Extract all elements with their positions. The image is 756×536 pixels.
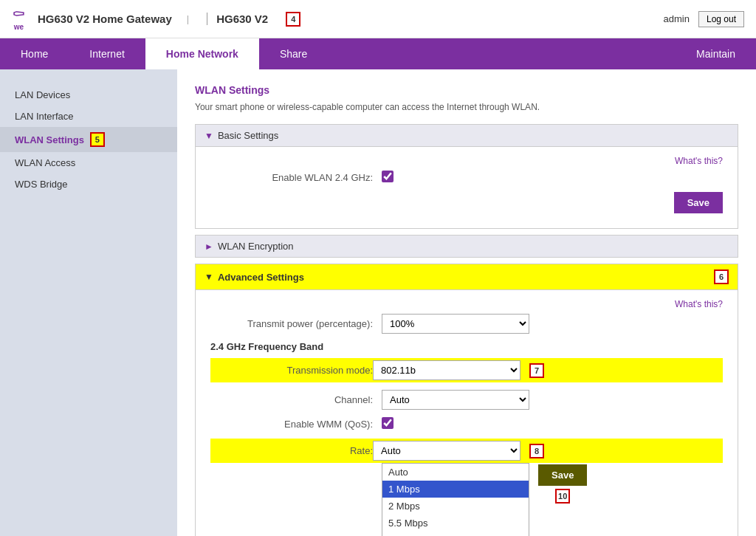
enable-wlan-checkbox[interactable] [382, 171, 394, 182]
channel-select[interactable]: Auto 1 2 3 4 5 6 [382, 390, 529, 410]
basic-settings-section: ▼ Basic Settings What's this? Enable WLA… [195, 124, 738, 229]
advanced-settings-body: What's this? Transmit power (percentage)… [195, 290, 738, 536]
transmission-mode-label: Transmission mode: [210, 365, 373, 376]
transmission-mode-select[interactable]: 802.11b 802.11g 802.11n 802.11b/g 802.11… [373, 360, 520, 380]
rate-label: Rate: [210, 445, 373, 456]
rate-container: Rate: Auto 1 Mbps 2 Mbps 5.5 Mbps 11 Mbp… [210, 439, 723, 536]
enable-wlan-label: Enable WLAN 2.4 GHz: [210, 172, 373, 183]
nav-bar: Home Internet Home Network Share Maintai… [0, 38, 756, 69]
wlan-encryption-header[interactable]: ► WLAN Encryption [195, 235, 738, 258]
sidebar-item-wlan-access[interactable]: WLAN Access [0, 152, 177, 173]
rate-option-55mbps[interactable]: 5.5 Mbps [382, 515, 529, 532]
transmit-power-control: 100% 75% 50% 25% [382, 314, 723, 334]
top-bar-right: admin Log out [664, 11, 744, 27]
wmm-row: Enable WMM (QoS): [210, 417, 723, 431]
logo-text: we [14, 23, 24, 31]
basic-whats-this[interactable]: What's this? [210, 156, 723, 166]
advanced-save-button[interactable]: Save [538, 464, 587, 486]
sidebar: LAN Devices LAN Interface WLAN Settings … [0, 69, 177, 536]
sidebar-item-lan-devices[interactable]: LAN Devices [0, 84, 177, 106]
transmission-mode-row: Transmission mode: 802.11b 802.11g 802.1… [210, 358, 723, 382]
transmit-power-select[interactable]: 100% 75% 50% 25% [382, 314, 529, 334]
device-title: HG630 V2 Home Gateway [38, 13, 172, 25]
logo-area: ⚰ we [12, 7, 26, 31]
sidebar-item-wds-bridge[interactable]: WDS Bridge [0, 173, 177, 195]
transmission-mode-control: 802.11b 802.11g 802.11n 802.11b/g 802.11… [373, 360, 723, 380]
basic-save-row: Save [210, 192, 723, 213]
page-title: WLAN Settings [195, 84, 738, 96]
freq-band-label: 2.4 GHz Frequency Band [210, 341, 723, 352]
rate-control: Auto 1 Mbps 2 Mbps 5.5 Mbps 11 Mbps 8 [373, 441, 723, 461]
advanced-settings-section: ▼ Advanced Settings 6 What's this? Trans… [195, 264, 738, 536]
rate-option-1mbps[interactable]: 1 Mbps [382, 481, 529, 498]
nav-home-network[interactable]: Home Network [145, 38, 259, 69]
wmm-checkbox[interactable] [382, 417, 394, 429]
annotation-10: 10 [555, 489, 570, 504]
rate-option-auto[interactable]: Auto [382, 464, 529, 481]
device-model: HG630 V2 [207, 13, 268, 25]
annotation-8: 8 [529, 444, 544, 458]
annotation-6: 6 [714, 269, 729, 284]
top-bar-left: ⚰ we HG630 V2 Home Gateway | HG630 V2 4 [12, 7, 300, 31]
basic-save-button[interactable]: Save [674, 192, 723, 213]
basic-settings-header[interactable]: ▼ Basic Settings [195, 124, 738, 147]
advanced-settings-header[interactable]: ▼ Advanced Settings 6 [195, 264, 738, 290]
rate-dropdown-area: Auto 1 Mbps 2 Mbps 5.5 Mbps 11 Mbps Save… [382, 463, 723, 536]
nav-share[interactable]: Share [259, 38, 328, 69]
basic-settings-body: What's this? Enable WLAN 2.4 GHz: Save [195, 147, 738, 229]
annotation-5: 5 [90, 132, 105, 147]
page-desc: Your smart phone or wireless-capable com… [195, 102, 738, 112]
wmm-control [382, 417, 723, 431]
enable-wlan-row: Enable WLAN 2.4 GHz: [210, 171, 723, 185]
wlan-encryption-arrow: ► [205, 241, 213, 252]
advanced-whats-this[interactable]: What's this? [210, 299, 723, 309]
transmit-power-label: Transmit power (percentage): [210, 318, 373, 329]
logout-button[interactable]: Log out [698, 11, 744, 27]
wlan-encryption-section: ► WLAN Encryption [195, 235, 738, 258]
rate-select[interactable]: Auto 1 Mbps 2 Mbps 5.5 Mbps 11 Mbps [373, 441, 520, 461]
channel-control: Auto 1 2 3 4 5 6 [382, 390, 723, 410]
rate-dropdown-list: Auto 1 Mbps 2 Mbps 5.5 Mbps 11 Mbps [382, 463, 529, 536]
sidebar-item-wlan-settings[interactable]: WLAN Settings 5 [0, 127, 177, 152]
annotation-4: 4 [286, 12, 300, 27]
wlan-encryption-label: WLAN Encryption [218, 241, 294, 252]
enable-wlan-control [382, 171, 723, 185]
content-area: WLAN Settings Your smart phone or wirele… [177, 69, 756, 536]
logo-icon: ⚰ [12, 7, 26, 23]
main-container: LAN Devices LAN Interface WLAN Settings … [0, 69, 756, 536]
top-bar: ⚰ we HG630 V2 Home Gateway | HG630 V2 4 … [0, 0, 756, 38]
nav-spacer [328, 38, 676, 69]
nav-maintain[interactable]: Maintain [676, 38, 756, 69]
advanced-save-area: Save 10 [538, 464, 587, 504]
channel-label: Channel: [210, 394, 373, 405]
basic-settings-arrow: ▼ [205, 131, 213, 141]
sidebar-item-lan-interface[interactable]: LAN Interface [0, 106, 177, 127]
nav-internet[interactable]: Internet [69, 38, 145, 69]
rate-option-2mbps[interactable]: 2 Mbps [382, 498, 529, 515]
rate-option-11mbps[interactable]: 11 Mbps [382, 532, 529, 536]
annotation-7: 7 [529, 363, 544, 378]
advanced-settings-arrow: ▼ [205, 272, 213, 282]
wmm-label: Enable WMM (QoS): [210, 419, 373, 430]
nav-home[interactable]: Home [0, 38, 69, 69]
transmit-power-row: Transmit power (percentage): 100% 75% 50… [210, 314, 723, 334]
username: admin [664, 13, 690, 24]
rate-row: Rate: Auto 1 Mbps 2 Mbps 5.5 Mbps 11 Mbp… [210, 439, 723, 463]
basic-settings-label: Basic Settings [218, 130, 278, 141]
advanced-settings-label: Advanced Settings [218, 272, 304, 283]
channel-row: Channel: Auto 1 2 3 4 5 6 [210, 390, 723, 410]
